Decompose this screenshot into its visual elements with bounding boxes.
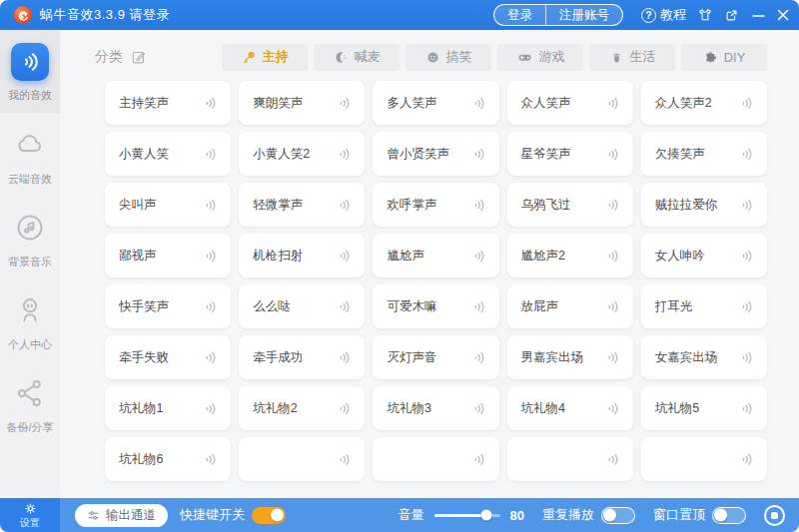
sidebar-item-1[interactable]: 云端音效 — [0, 129, 60, 187]
sound-item-label: 坑礼物3 — [387, 400, 430, 417]
minimize-button[interactable] — [752, 9, 765, 22]
pin-toggle[interactable] — [712, 507, 746, 524]
sound-item[interactable]: 众人笑声2 — [641, 81, 767, 125]
popout-button[interactable] — [724, 8, 739, 23]
sidebar-item-0[interactable]: 我的音效 — [0, 30, 60, 113]
category-tab-4[interactable]: 生活 — [589, 44, 675, 71]
sound-item[interactable]: 尴尬声 — [373, 234, 498, 277]
sound-item-label: 快手笑声 — [119, 298, 169, 315]
hotkey-label: 快捷键开关 — [180, 506, 245, 524]
sound-item[interactable]: 女嘉宾出场 — [641, 335, 767, 379]
sound-item[interactable]: 打耳光 — [641, 284, 767, 328]
sound-wave-icon — [470, 248, 487, 265]
category-tab-0[interactable]: 主持 — [222, 44, 308, 71]
sound-item[interactable]: 女人呻吟 — [641, 234, 767, 277]
sound-item[interactable]: 曾小贤笑声 — [373, 132, 498, 176]
settings-button[interactable]: 设置 — [0, 498, 60, 532]
sound-item[interactable]: 尴尬声2 — [507, 234, 633, 277]
pin-toggle-knob — [714, 509, 727, 522]
sound-wave-icon — [336, 248, 353, 265]
mic-icon — [242, 50, 257, 65]
sound-item-label: 主持笑声 — [119, 95, 169, 112]
sound-item[interactable]: 主持笑声 — [105, 81, 231, 125]
sound-item[interactable]: 坑礼物6 — [105, 437, 231, 481]
sound-item[interactable]: 尖叫声 — [105, 183, 231, 227]
app-window: 蜗牛音效3.3.9 请登录 登录 注册账号 ? 教程 我的音效 云端音效背景音乐… — [0, 0, 799, 532]
sound-item[interactable]: 快手笑声 — [105, 284, 231, 328]
login-button[interactable]: 登录 — [494, 5, 545, 25]
sound-item[interactable]: 鄙视声 — [105, 234, 231, 277]
sound-item[interactable]: 坑礼物3 — [373, 386, 498, 430]
person-icon — [14, 294, 46, 326]
sound-wave-icon — [738, 95, 755, 112]
sound-wave-icon — [738, 349, 755, 366]
output-channel-label: 输出通道 — [106, 507, 156, 524]
sound-item[interactable]: 多人笑声 — [373, 81, 498, 125]
sound-item[interactable]: 牵手失败 — [105, 335, 231, 379]
sound-item[interactable]: 贼拉拉爱你 — [641, 183, 767, 227]
output-channel-button[interactable]: 输出通道 — [75, 504, 168, 527]
sound-item[interactable]: 小黄人笑 — [105, 132, 231, 176]
sound-item[interactable] — [507, 437, 633, 481]
sound-item[interactable]: 放屁声 — [507, 284, 633, 328]
sound-item[interactable] — [373, 437, 498, 481]
sound-item[interactable]: 机枪扫射 — [239, 234, 365, 277]
close-button[interactable] — [777, 9, 789, 21]
sound-item[interactable]: 坑礼物5 — [641, 386, 767, 430]
sound-wave-icon — [604, 400, 621, 417]
sound-item-label: 坑礼物2 — [253, 400, 297, 417]
sidebar-item-4[interactable]: 备份/分享 — [0, 377, 60, 435]
sound-item-label: 么么哒 — [253, 298, 291, 315]
main-panel: 分类 主持喊麦搞笑游戏生活DIY 主持笑声爽朗笑声多人笑声众人笑声众人笑声2小黄… — [60, 30, 799, 498]
category-tab-label: 主持 — [263, 48, 289, 66]
sidebar-item-2[interactable]: 背景音乐 — [0, 212, 60, 269]
category-tab-3[interactable]: 游戏 — [497, 44, 583, 71]
volume-slider[interactable] — [434, 514, 500, 517]
sound-item[interactable]: 坑礼物4 — [507, 386, 633, 430]
hotkey-toggle[interactable] — [252, 507, 286, 524]
sound-wave-icon — [604, 248, 621, 265]
sound-item[interactable] — [641, 437, 767, 481]
sound-item-label: 女嘉宾出场 — [655, 349, 718, 366]
stop-button[interactable] — [764, 505, 785, 526]
tutorial-button[interactable]: ? 教程 — [641, 6, 686, 24]
sound-item[interactable]: 欢呼掌声 — [373, 183, 498, 227]
sound-wave-icon — [202, 197, 219, 214]
category-tab-2[interactable]: 搞笑 — [405, 44, 491, 71]
sidebar-item-3[interactable]: 个人中心 — [0, 294, 60, 352]
volume-thumb[interactable] — [481, 510, 492, 521]
category-tab-1[interactable]: 喊麦 — [314, 44, 400, 71]
sound-item[interactable]: 牵手成功 — [239, 335, 365, 379]
sound-item[interactable]: 小黄人笑2 — [239, 132, 365, 176]
sound-item[interactable]: 星爷笑声 — [507, 132, 633, 176]
sound-item[interactable]: 众人笑声 — [507, 81, 633, 125]
sound-item[interactable]: 轻微掌声 — [239, 183, 365, 227]
sidebar-item-label: 个人中心 — [8, 337, 52, 352]
sound-item[interactable]: 男嘉宾出场 — [507, 335, 633, 379]
sound-item[interactable]: 可爱木嘛 — [373, 284, 498, 328]
sound-item[interactable]: 坑礼物2 — [239, 386, 365, 430]
sound-item[interactable] — [239, 437, 365, 481]
sound-item-label: 牵手失败 — [119, 349, 169, 366]
sound-item[interactable]: 灭灯声音 — [373, 335, 498, 379]
sound-item[interactable]: 么么哒 — [239, 284, 365, 328]
sidebar-item-label: 备份/分享 — [6, 420, 53, 435]
category-edit-button[interactable] — [130, 49, 147, 66]
category-tab-5[interactable]: DIY — [681, 44, 767, 71]
shirt-icon — [697, 7, 713, 23]
volume-label: 音量 — [399, 506, 424, 524]
theme-skin-button[interactable] — [697, 7, 713, 23]
sound-item[interactable]: 欠揍笑声 — [641, 132, 767, 176]
life-icon — [609, 50, 624, 65]
sound-item[interactable]: 乌鸦飞过 — [507, 183, 633, 227]
repeat-toggle[interactable] — [601, 507, 635, 524]
sound-item[interactable]: 坑礼物1 — [105, 386, 231, 430]
sound-item-label: 女人呻吟 — [655, 248, 705, 265]
sound-item[interactable]: 爽朗笑声 — [239, 81, 365, 125]
puzzle-icon — [703, 50, 718, 65]
sound-wave-icon — [604, 349, 621, 366]
sound-wave-icon — [738, 451, 755, 468]
sound-wave-icon — [336, 400, 353, 417]
register-button[interactable]: 注册账号 — [546, 5, 622, 25]
sound-item-label: 坑礼物1 — [119, 400, 163, 417]
